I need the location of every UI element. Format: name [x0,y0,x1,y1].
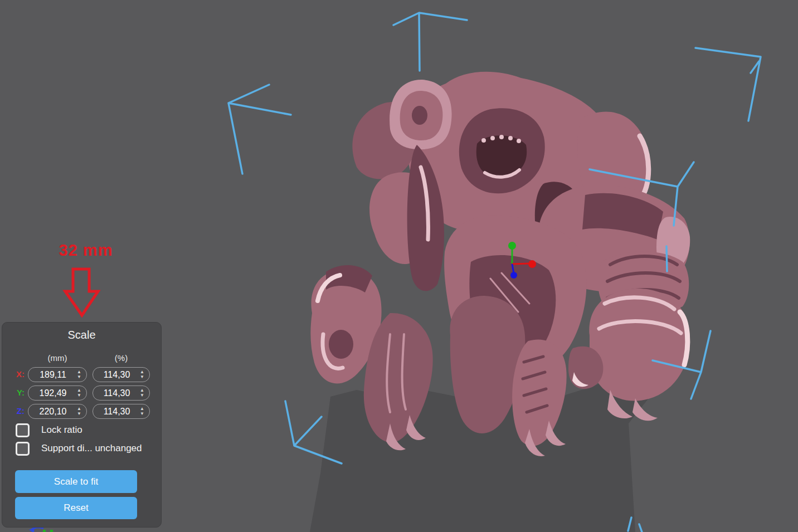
spin-up-icon[interactable]: ▲ [140,406,144,411]
green-dot-icon [43,530,46,532]
green-dot-icon [50,530,53,532]
3d-viewport[interactable]: 32 mm Scale (mm) (%) X: ▲▼ ▲▼ Y: ▲▼ [0,0,798,532]
bbox-corner-top [393,13,467,71]
bbox-corner-top-right [695,48,761,121]
reset-button[interactable]: Reset [15,497,137,519]
panel-title: Scale [2,329,161,341]
spin-down-icon[interactable]: ▼ [77,374,81,379]
scale-row-x: X: ▲▼ ▲▼ [2,367,161,382]
scale-x-percent-field: ▲▼ [93,367,150,382]
scale-z-mm-input[interactable] [31,404,75,418]
spin-down-icon[interactable]: ▼ [77,393,81,398]
axis-z-label: Z: [3,406,25,416]
scale-y-percent-input[interactable] [95,386,138,400]
scale-x-mm-spinner[interactable]: ▲▼ [76,369,82,379]
spin-down-icon[interactable]: ▼ [140,411,144,416]
scale-z-percent-field: ▲▼ [93,404,150,419]
support-unchanged-label: Support di... unchanged [41,443,142,454]
spin-up-icon[interactable]: ▲ [140,369,144,374]
lock-ratio-label: Lock ratio [41,424,82,436]
scale-z-mm-field: ▲▼ [28,404,87,419]
scale-x-percent-spinner[interactable]: ▲▼ [139,369,145,379]
partial-toolbar-icons [29,527,53,532]
scale-y-percent-field: ▲▼ [93,385,150,401]
spin-up-icon[interactable]: ▲ [77,369,81,374]
scale-y-mm-spinner[interactable]: ▲▼ [76,388,82,398]
scale-z-percent-spinner[interactable]: ▲▼ [139,406,145,416]
scale-y-mm-field: ▲▼ [28,385,87,401]
bbox-corner-left [228,85,291,174]
scale-to-fit-button[interactable]: Scale to fit [15,470,137,493]
scale-row-z: Z: ▲▼ ▲▼ [2,404,161,419]
support-unchanged-row: Support di... unchanged [2,442,161,456]
spin-down-icon[interactable]: ▼ [77,411,81,416]
scale-panel: Scale (mm) (%) X: ▲▼ ▲▼ Y: ▲▼ ▲▼ [2,322,162,528]
gizmo-x-axis [512,263,529,264]
undo-arrow-icon-head [29,528,35,532]
lock-ratio-checkbox[interactable] [16,423,30,437]
scale-y-percent-spinner[interactable]: ▲▼ [139,388,145,398]
scale-z-percent-input[interactable] [95,404,138,418]
scale-x-mm-field: ▲▼ [28,367,87,382]
scale-y-mm-input[interactable] [31,386,75,400]
spin-up-icon[interactable]: ▲ [140,388,144,393]
model-barrel [390,80,452,149]
axis-x-label: X: [3,369,25,379]
axis-y-label: Y: [3,388,25,397]
monster-model[interactable] [310,72,690,456]
scale-x-mm-input[interactable] [31,368,75,382]
support-unchanged-checkbox[interactable] [16,442,30,456]
scale-row-y: Y: ▲▼ ▲▼ [2,385,161,401]
scale-x-percent-input[interactable] [95,368,138,382]
annotation-arrow [65,269,98,315]
spin-up-icon[interactable]: ▲ [77,388,81,393]
gizmo-y-handle [508,242,516,250]
spin-down-icon[interactable]: ▼ [140,393,144,398]
annotation-32mm: 32 mm [53,241,118,260]
spin-up-icon[interactable]: ▲ [77,406,81,411]
column-header-mm: (mm) [28,353,87,363]
scale-z-mm-spinner[interactable]: ▲▼ [76,406,82,416]
gizmo-z-handle [510,272,517,279]
spin-down-icon[interactable]: ▼ [140,374,144,379]
lock-ratio-row: Lock ratio [2,423,161,438]
column-header-percent: (%) [93,353,150,363]
gizmo-x-handle [528,260,536,268]
